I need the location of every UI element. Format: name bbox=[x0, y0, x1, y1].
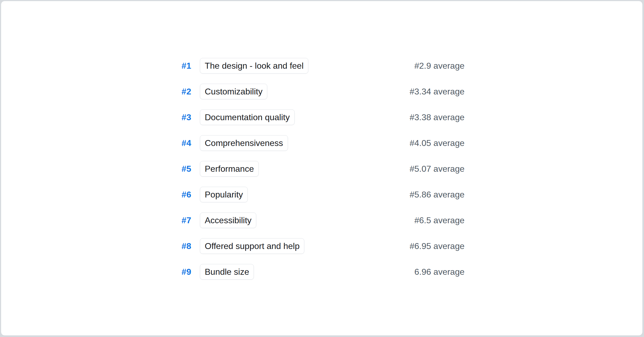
rank-number-label: #3 bbox=[179, 112, 191, 122]
ranking-option-chip[interactable]: Comprehensiveness bbox=[200, 135, 288, 151]
ranking-item-row: #7 Accessibility #6.5 average bbox=[179, 213, 464, 228]
ranking-item-row: #5 Performance #5.07 average bbox=[179, 161, 464, 177]
ranking-option-chip[interactable]: Performance bbox=[200, 161, 259, 177]
ranking-results-list: #1 The design - look and feel #2.9 avera… bbox=[179, 1, 464, 280]
rank-number-label: #5 bbox=[179, 164, 191, 174]
ranking-item-row: #2 Customizability #3.34 average bbox=[179, 84, 464, 99]
average-score-label: #6.5 average bbox=[414, 215, 464, 225]
ranking-option-chip[interactable]: Documentation quality bbox=[200, 109, 295, 125]
rank-number-label: #6 bbox=[179, 190, 191, 200]
ranking-option-chip[interactable]: Customizability bbox=[200, 84, 267, 99]
rank-number-label: #7 bbox=[179, 215, 191, 225]
average-score-label: #3.34 average bbox=[409, 87, 464, 97]
average-score-label: #4.05 average bbox=[409, 138, 464, 148]
average-score-label: #2.9 average bbox=[414, 61, 464, 71]
average-score-label: #6.95 average bbox=[409, 241, 464, 251]
ranking-option-chip[interactable]: Offered support and help bbox=[200, 238, 304, 254]
ranking-item-row: #3 Documentation quality #3.38 average bbox=[179, 109, 464, 125]
ranking-option-chip[interactable]: Popularity bbox=[200, 187, 248, 202]
ranking-option-chip[interactable]: The design - look and feel bbox=[200, 58, 308, 74]
rank-number-label: #8 bbox=[179, 241, 191, 251]
ranking-option-chip[interactable]: Bundle size bbox=[200, 264, 254, 280]
average-score-label: #3.38 average bbox=[409, 112, 464, 122]
average-score-label: 6.96 average bbox=[414, 267, 464, 277]
ranking-item-row: #6 Popularity #5.86 average bbox=[179, 187, 464, 202]
ranking-results-card: #1 The design - look and feel #2.9 avera… bbox=[1, 1, 643, 336]
ranking-item-row: #9 Bundle size 6.96 average bbox=[179, 264, 464, 280]
rank-number-label: #2 bbox=[179, 87, 191, 97]
rank-number-label: #4 bbox=[179, 138, 191, 148]
rank-number-label: #9 bbox=[179, 267, 191, 277]
ranking-option-chip[interactable]: Accessibility bbox=[200, 213, 256, 228]
average-score-label: #5.07 average bbox=[409, 164, 464, 174]
rank-number-label: #1 bbox=[179, 61, 191, 71]
ranking-item-row: #1 The design - look and feel #2.9 avera… bbox=[179, 58, 464, 74]
average-score-label: #5.86 average bbox=[409, 190, 464, 200]
ranking-item-row: #8 Offered support and help #6.95 averag… bbox=[179, 238, 464, 254]
ranking-item-row: #4 Comprehensiveness #4.05 average bbox=[179, 135, 464, 151]
